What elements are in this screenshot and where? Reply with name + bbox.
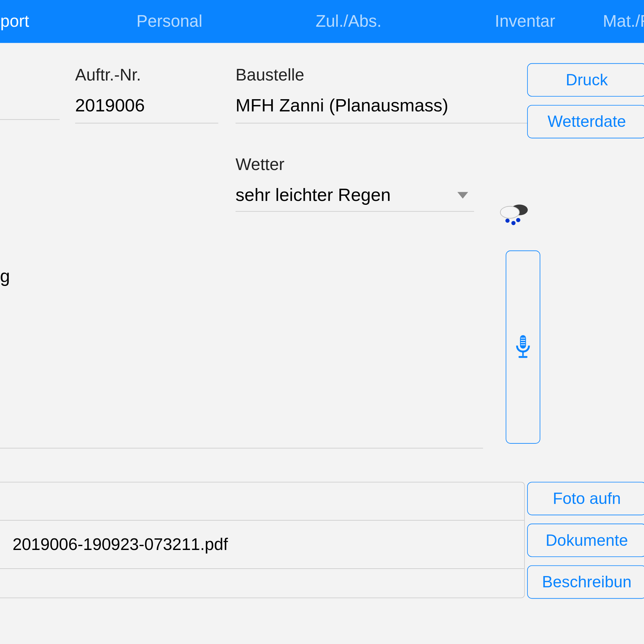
svg-rect-5 xyxy=(520,335,526,349)
site-value[interactable]: MFH Zanni (Planausmass) xyxy=(236,95,534,123)
attachment-list: 2019006-190923-073211.pdf xyxy=(0,482,525,598)
weather-data-button[interactable]: Wetterdate xyxy=(527,105,644,138)
tab-zulabs[interactable]: Zul./Abs. xyxy=(292,0,405,43)
rain-cloud-icon xyxy=(498,203,530,229)
weather-label: Wetter xyxy=(236,155,474,174)
order-number-label: Auftr.-Nr. xyxy=(75,66,218,85)
description-text-fragment: g xyxy=(0,266,10,286)
microphone-button[interactable] xyxy=(506,251,540,444)
description-textarea[interactable]: g xyxy=(0,252,483,449)
svg-rect-7 xyxy=(518,356,527,358)
svg-point-1 xyxy=(500,206,519,218)
description-button[interactable]: Beschreibun xyxy=(527,565,644,599)
tab-personal[interactable]: Personal xyxy=(113,0,226,43)
attachment-row-empty[interactable] xyxy=(0,482,524,521)
site-label: Baustelle xyxy=(236,66,534,85)
tab-report[interactable]: pport xyxy=(0,0,53,43)
weather-value: sehr leichter Regen xyxy=(236,185,391,205)
print-button[interactable]: Druck xyxy=(527,63,644,97)
tab-bar: pport Personal Zul./Abs. Inventar Mat./F xyxy=(0,0,644,43)
weather-select[interactable]: sehr leichter Regen xyxy=(236,185,474,212)
svg-point-2 xyxy=(506,219,510,223)
svg-rect-6 xyxy=(522,352,524,356)
svg-point-4 xyxy=(516,218,520,222)
chevron-down-icon xyxy=(457,192,468,198)
microphone-icon xyxy=(514,335,532,359)
order-number-value[interactable]: 2019006 xyxy=(75,95,218,123)
left-field-cutoff xyxy=(0,119,60,120)
attachment-row-trailing[interactable] xyxy=(0,569,524,598)
tab-inventar[interactable]: Inventar xyxy=(471,0,579,43)
tab-matf[interactable]: Mat./F xyxy=(579,0,644,43)
attachment-row-pdf[interactable]: 2019006-190923-073211.pdf xyxy=(0,521,524,569)
documents-button[interactable]: Dokumente xyxy=(527,524,644,557)
svg-point-3 xyxy=(511,221,516,225)
take-photo-button[interactable]: Foto aufn xyxy=(527,482,644,515)
